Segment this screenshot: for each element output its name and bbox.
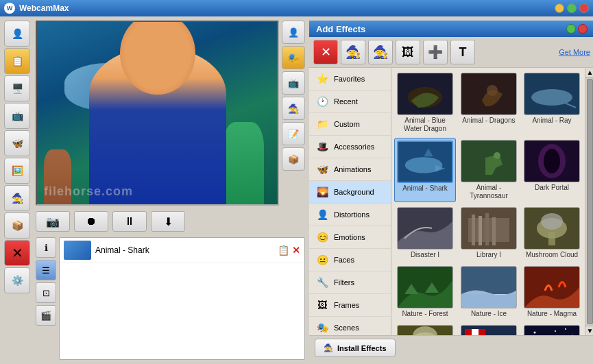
effect-nature-magma[interactable]: Nature - Magma <box>522 264 582 320</box>
effects-grid-area: Animal - Blue Water Dragon Animal - Drag… <box>391 68 585 335</box>
background-icon: 🌄 <box>315 184 330 199</box>
get-more-link[interactable]: Get More <box>559 48 590 56</box>
category-faces[interactable]: 😐 Faces <box>309 249 391 271</box>
filters-icon: 🔧 <box>315 275 330 290</box>
effect-blue-water-dragon[interactable]: Animal - Blue Water Dragon <box>394 71 456 135</box>
side-icon-profile[interactable]: 👤 <box>4 21 30 47</box>
effect-shark[interactable]: Animal - Shark <box>394 138 456 202</box>
app-title: WebcamMax <box>19 3 69 13</box>
effect-label: Nature - Ice <box>471 310 507 318</box>
category-emotions[interactable]: 😊 Emotions <box>309 226 391 249</box>
preview-side-icon-4[interactable]: 🧙 <box>282 97 305 120</box>
header-green-btn[interactable] <box>566 24 576 34</box>
preview-side-icon-6[interactable]: 📦 <box>282 147 305 171</box>
effect-dark-portal[interactable]: Dark Portal <box>522 138 582 202</box>
install-effects-area: 🧙 Install Effects <box>309 335 593 360</box>
webcam-preview: filehorse.com <box>36 21 279 206</box>
preview-side-icon-1[interactable]: 👤 <box>282 21 305 44</box>
effect-mushroom-cloud[interactable]: Mushroom Cloud <box>522 205 582 261</box>
effect-nature-forest[interactable]: Nature - Forest <box>394 264 456 320</box>
side-icon-photo[interactable]: 🖼️ <box>4 158 30 184</box>
scroll-up[interactable]: ▲ <box>585 68 593 77</box>
svg-rect-39 <box>524 326 579 335</box>
svg-rect-17 <box>472 215 475 245</box>
category-favorites[interactable]: ⭐ Favorites <box>309 68 391 90</box>
tab-film[interactable]: 🎬 <box>36 305 56 326</box>
effect-label: Animal - Dragons <box>462 117 515 125</box>
svg-rect-27 <box>461 294 516 308</box>
effect-library-i[interactable]: Library I <box>459 205 519 261</box>
install-icon: 🧙 <box>324 343 333 352</box>
effect-tyrannosaur[interactable]: Animal - Tyrannosaur <box>459 138 519 202</box>
effect-disaster-i[interactable]: Disaster I <box>394 205 456 261</box>
category-filters[interactable]: 🔧 Filters <box>309 271 391 294</box>
text-btn[interactable]: T <box>450 40 475 64</box>
tab-list[interactable]: ☰ <box>36 260 56 280</box>
category-background[interactable]: 🌄 Background <box>309 181 391 204</box>
category-list: ⭐ Favorites 🕐 Recent 📁 Custom 🎩 Accessor… <box>309 68 391 335</box>
minimize-btn[interactable] <box>555 3 564 13</box>
side-icon-remove[interactable]: ✕ <box>4 240 30 266</box>
wizard-hat-btn[interactable]: 🧙 <box>341 40 365 64</box>
svg-rect-37 <box>479 329 485 335</box>
pause-button[interactable]: ⏸ <box>112 211 147 232</box>
favorites-icon: ⭐ <box>315 71 330 86</box>
maximize-btn[interactable] <box>567 3 577 13</box>
list-item-label: Animal - Shark <box>95 245 274 255</box>
camera-button[interactable]: 📷 <box>36 211 70 232</box>
side-icon-settings[interactable]: 📋 <box>4 48 30 74</box>
add-effect-btn[interactable]: ➕ <box>423 40 448 64</box>
effect-label: Library I <box>476 251 501 259</box>
category-accessories[interactable]: 🎩 Accessories <box>309 136 391 158</box>
tab-info[interactable]: ℹ <box>36 237 56 258</box>
list-item-remove[interactable]: ✕ <box>292 245 300 256</box>
side-icon-gear[interactable]: ⚙️ <box>4 267 30 293</box>
custom-icon: 📁 <box>315 117 330 132</box>
category-recent[interactable]: 🕐 Recent <box>309 90 391 113</box>
animations-icon: 🦋 <box>315 162 330 177</box>
emotions-icon: 😊 <box>315 230 330 245</box>
category-scenes[interactable]: 🎭 Scenes <box>309 317 391 335</box>
install-effects-button[interactable]: 🧙 Install Effects <box>315 339 396 357</box>
effect-nature-ice[interactable]: Nature - Ice <box>459 264 519 320</box>
side-icon-animation[interactable]: 🦋 <box>4 130 30 156</box>
category-custom[interactable]: 📁 Custom <box>309 113 391 136</box>
side-icon-wizard[interactable]: 🧙 <box>4 185 30 211</box>
scroll-thumb[interactable] <box>587 79 593 324</box>
download-button[interactable]: ⬇ <box>151 211 185 232</box>
close-btn[interactable] <box>579 3 589 13</box>
tab-layers[interactable]: ⊡ <box>36 282 56 303</box>
effect-ray[interactable]: Animal - Ray <box>522 71 582 135</box>
effect-dragons[interactable]: Animal - Dragons <box>459 71 519 135</box>
add-image-btn[interactable]: 🖼 <box>396 40 420 64</box>
preview-side-icon-2[interactable]: 🎭 <box>282 46 305 69</box>
scroll-down[interactable]: ▼ <box>585 326 593 335</box>
svg-rect-19 <box>485 213 489 245</box>
frames-icon: 🖼 <box>315 298 330 313</box>
list-item-copy[interactable]: 📋 <box>278 245 289 256</box>
preview-side-icon-3[interactable]: 📺 <box>282 71 305 95</box>
title-bar: W WebcamMax <box>0 0 593 16</box>
svg-rect-35 <box>465 329 472 335</box>
effect-monument[interactable]: Monument <box>459 323 519 335</box>
category-distortions[interactable]: 👤 Distortions <box>309 204 391 226</box>
effect-label: Dark Portal <box>535 184 569 192</box>
record-button[interactable]: ⏺ <box>74 211 108 232</box>
effect-label: Nature - Magma <box>527 310 577 318</box>
category-animations[interactable]: 🦋 Animations <box>309 158 391 181</box>
effect-space[interactable]: Space <box>522 323 582 335</box>
side-icon-box[interactable]: 📦 <box>4 213 30 239</box>
add-effects-header: Add Effects <box>309 21 593 37</box>
side-icon-display[interactable]: 🖥️ <box>4 75 30 101</box>
remove-effect-btn[interactable]: ✕ <box>313 40 338 64</box>
preview-side-icon-5[interactable]: 📝 <box>282 122 305 145</box>
category-frames[interactable]: 🖼 Frames <box>309 294 391 317</box>
app-icon: W <box>4 3 15 14</box>
svg-rect-36 <box>472 329 479 335</box>
effect-nuclear[interactable]: Nuclear <box>394 323 456 335</box>
side-icon-effects[interactable]: 📺 <box>4 103 30 129</box>
effect-label: Animal - Shark <box>402 184 448 193</box>
header-red-btn[interactable] <box>578 24 588 34</box>
wizard-hat2-btn[interactable]: 🧙 <box>368 40 393 64</box>
preview-toolbar: 📷 ⏺ ⏸ ⬇ <box>36 208 305 234</box>
